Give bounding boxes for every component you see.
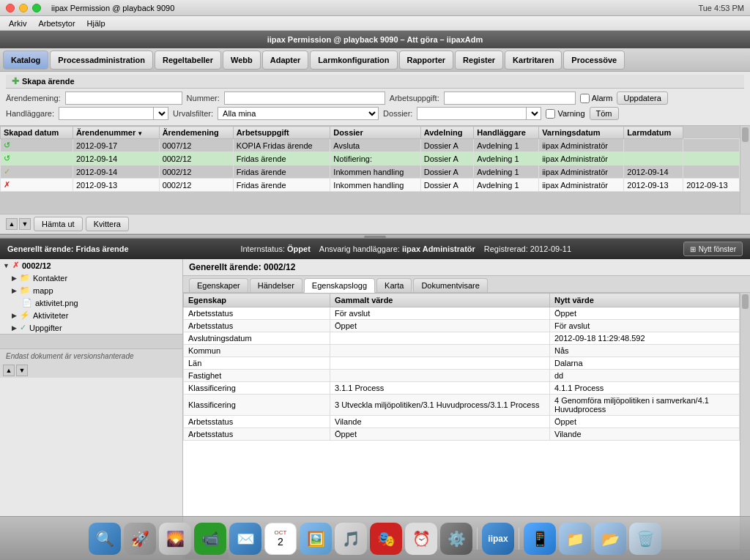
table-row[interactable]: ✓ 2012-09-14 0002/12 Fridas ärende Inkom… [1, 165, 740, 179]
dock-dvd[interactable]: 🎭 [370, 523, 402, 555]
arbetsuppgift-label: Arbetsuppgift: [390, 94, 439, 102]
new-window-button[interactable]: ⊞ Nytt fönster [683, 242, 743, 256]
dock-app-store[interactable]: 📱 [524, 523, 556, 555]
dossier-input[interactable] [417, 107, 527, 120]
props-row: Avslutningsdatum 2012-09-18 11:29:48.592 [184, 332, 740, 345]
dock-facetime[interactable]: 📹 [194, 523, 226, 555]
dock-itunes[interactable]: 🎵 [335, 523, 367, 555]
dock-photos[interactable]: 🌄 [159, 523, 191, 555]
nav-icon: ✓ [20, 323, 26, 332]
cell-icon: ↺ [1, 139, 73, 152]
toolbar-larmkonfiguration[interactable]: Larmkonfiguration [310, 51, 397, 70]
nav-arrow: ▼ [3, 262, 10, 269]
toolbar-processadmin[interactable]: Processadministration [50, 51, 153, 70]
minimize-button[interactable] [19, 4, 28, 12]
dock-calendar[interactable]: OCT 2 [264, 523, 297, 555]
props-nytt: Öppet [550, 307, 740, 320]
nav-arrow: ▶ [12, 312, 17, 319]
alarm-checkbox-label[interactable]: Alarm [580, 94, 613, 103]
table-row[interactable]: ↺ 2012-09-17 0007/12 KOPIA Fridas ärende… [1, 139, 740, 152]
props-nytt: 2012-09-18 11:29:48.592 [550, 332, 740, 345]
handlaggare-input[interactable] [59, 107, 154, 120]
nummer-input[interactable] [224, 92, 385, 105]
content-header: Generellt ärende: 0002/12 [183, 259, 750, 276]
dock-timemachine[interactable]: ⏰ [405, 523, 437, 555]
dossier-select[interactable]: ▼ [527, 107, 541, 120]
menu-hjalp[interactable]: Hjälp [81, 18, 111, 29]
close-button[interactable] [6, 4, 15, 12]
toolbar-processoversikt[interactable]: Processöve [563, 51, 625, 70]
props-egenskap: Avslutningsdatum [184, 332, 330, 345]
arendemening-label: Ärendemening: [6, 94, 61, 102]
tab-karta[interactable]: Karta [376, 278, 412, 292]
toolbar-adapter[interactable]: Adapter [262, 51, 309, 70]
cell-varningsdatum: 2012-09-13 [624, 179, 683, 192]
toolbar-register[interactable]: Register [455, 51, 503, 70]
props-gammalt [330, 345, 550, 357]
table-row[interactable]: ✗ 2012-09-13 0002/12 Fridas ärende Inkom… [1, 179, 740, 192]
arbetsuppgift-input[interactable] [444, 92, 576, 105]
toolbar-kartritaren[interactable]: Kartritaren [505, 51, 562, 70]
title-bar: iipax Permission @ playback 9090 Tue 4:5… [0, 0, 750, 16]
scroll-down-btn[interactable]: ▼ [19, 218, 31, 230]
case-title: Generellt ärende: Fridas ärende [7, 244, 129, 253]
nav-item[interactable]: ▶ 📁 mapp [0, 284, 182, 296]
hamta-ut-button[interactable]: Hämta ut [34, 217, 83, 231]
dock-iphoto[interactable]: 🖼️ [300, 523, 332, 555]
props-row: Fastighet dd [184, 370, 740, 382]
nav-item[interactable]: ▼ ✗ 0002/12 [0, 259, 182, 272]
dock-trash[interactable]: 🗑️ [629, 523, 661, 555]
maximize-button[interactable] [32, 4, 41, 12]
nav-icon: 📄 [22, 298, 32, 307]
internstatus-label: Internstatus: Öppet [240, 244, 310, 253]
nav-arrow: ▶ [12, 324, 17, 332]
dock-mail[interactable]: ✉️ [229, 523, 261, 555]
nav-item[interactable]: 📄 aktivitet.png [0, 296, 182, 309]
left-scroll-arrows: ▲ ▼ [0, 363, 182, 378]
nav-scroll-down[interactable]: ▼ [16, 365, 28, 376]
dock-iipax[interactable]: iipax [482, 523, 514, 555]
urvalsfilter-select[interactable]: Alla mina [218, 107, 379, 120]
varning-checkbox[interactable] [546, 109, 555, 119]
dock-folder2[interactable]: 📂 [594, 523, 626, 555]
props-row: Arbetsstatus Vilande Öppet [184, 416, 740, 428]
nav-item[interactable]: ▶ ✓ Uppgifter [0, 321, 182, 334]
dock-finder[interactable]: 🔍 [89, 523, 121, 555]
cell-arbetsuppgift: Notifiering: [330, 152, 420, 165]
menu-arbetsytor[interactable]: Arbetsytor [32, 18, 81, 29]
col-arbetsuppgift: Arbetsuppgift [233, 127, 330, 139]
alarm-checkbox[interactable] [580, 94, 590, 103]
arendemening-input[interactable] [65, 92, 182, 105]
handlaggare-select[interactable]: ▼ [154, 107, 168, 120]
nav-item[interactable]: ▶ 📁 Kontakter [0, 272, 182, 284]
dock-folder1[interactable]: 📁 [559, 523, 591, 555]
registrerad-value: 2012-09-11 [530, 244, 571, 253]
table-row[interactable]: ↺ 2012-09-14 0002/12 Fridas ärende Notif… [1, 152, 740, 165]
nav-item[interactable]: ▶ ⚡ Aktiviteter [0, 309, 182, 321]
nav-scroll-up[interactable]: ▲ [3, 365, 15, 376]
menu-arkiv[interactable]: Arkiv [3, 18, 32, 29]
scroll-up-btn[interactable]: ▲ [6, 218, 18, 230]
tab-handelser[interactable]: Händelser [250, 278, 302, 292]
cell-dossier: Dossier A [420, 152, 474, 165]
tab-egenskapslogg[interactable]: Egenskapslogg [304, 278, 375, 293]
dock-launchpad[interactable]: 🚀 [124, 523, 156, 555]
kvittera-button[interactable]: Kvittera [86, 217, 129, 231]
props-nytt: 4.1.1 Process [550, 382, 740, 395]
tab-egenskaper[interactable]: Egenskaper [189, 278, 248, 292]
dock-prefs[interactable]: ⚙️ [440, 523, 472, 555]
toolbar-regeltabeller[interactable]: Regeltabeller [155, 51, 221, 70]
cell-skapad-datum: 2012-09-14 [73, 152, 159, 165]
toolbar-webb[interactable]: Webb [223, 51, 261, 70]
varning-checkbox-label[interactable]: Varning [546, 109, 584, 119]
cell-handlaggare: iipax Administratör [539, 179, 624, 192]
toolbar-rapporter[interactable]: Rapporter [399, 51, 454, 70]
col-larmdatum: Larmdatum [624, 127, 683, 139]
toolbar-katalog[interactable]: Katalog [3, 51, 48, 70]
tab-dokumentvisare[interactable]: Dokumentvisare [413, 278, 487, 292]
table-scrollbar[interactable] [740, 126, 750, 214]
nav-icon: 📁 [20, 285, 30, 295]
props-scrollbar[interactable] [740, 293, 750, 550]
tom-button[interactable]: Töm [590, 107, 619, 120]
update-button[interactable]: Uppdatera [617, 92, 667, 105]
